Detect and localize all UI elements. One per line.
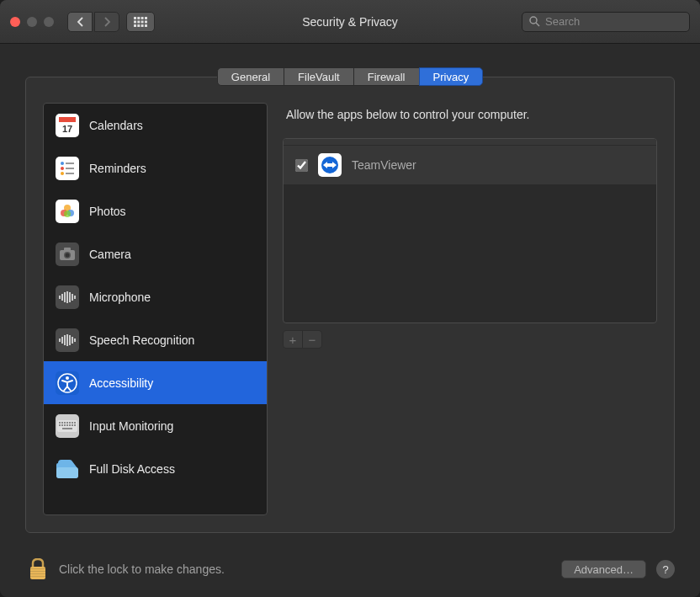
sidebar-item-label: Accessibility <box>89 376 153 390</box>
svg-point-12 <box>530 17 537 24</box>
sidebar-item-accessibility[interactable]: Accessibility <box>44 361 267 404</box>
app-name: TeamViewer <box>352 158 416 172</box>
sidebar-item-label: Microphone <box>89 291 151 304</box>
list-scroll-indicator <box>284 139 656 146</box>
svg-point-30 <box>66 253 70 257</box>
sidebar-item-microphone[interactable]: Microphone <box>44 275 267 318</box>
lock-icon <box>29 558 47 580</box>
svg-rect-53 <box>72 422 73 424</box>
sidebar-item-label: Photos <box>89 205 126 218</box>
svg-rect-28 <box>64 248 71 251</box>
remove-app-button[interactable]: − <box>302 330 322 349</box>
forward-button[interactable] <box>94 12 119 32</box>
titlebar: Security & Privacy <box>0 0 700 44</box>
app-checkbox[interactable] <box>295 159 308 172</box>
svg-rect-60 <box>72 424 73 426</box>
tab-general[interactable]: General <box>217 67 284 86</box>
sidebar-item-label: Camera <box>89 248 131 261</box>
show-all-button[interactable] <box>126 12 155 32</box>
keyboard-icon <box>56 414 79 438</box>
svg-rect-57 <box>64 424 66 426</box>
grid-icon <box>134 17 147 27</box>
sidebar-item-label: Calendars <box>89 119 143 132</box>
reminders-icon <box>56 157 79 180</box>
lock-hint-text: Click the lock to make changes. <box>59 562 225 576</box>
sidebar-item-input-monitoring[interactable]: Input Monitoring <box>44 404 267 447</box>
zoom-window-button[interactable] <box>44 17 54 27</box>
svg-rect-34 <box>66 291 68 303</box>
svg-rect-63 <box>56 467 78 478</box>
svg-line-13 <box>536 23 539 26</box>
pane-description: Allow the apps below to control your com… <box>286 108 657 121</box>
sidebar-item-reminders[interactable]: Reminders <box>44 147 267 189</box>
sidebar-item-camera[interactable]: Camera <box>44 232 267 275</box>
microphone-icon <box>56 285 79 309</box>
svg-rect-38 <box>59 338 61 342</box>
svg-rect-66 <box>30 568 45 569</box>
svg-rect-11 <box>145 24 147 27</box>
svg-rect-44 <box>74 338 76 342</box>
panel: 17 Calendars Reminders Photos Camera <box>25 77 675 533</box>
svg-rect-3 <box>145 17 147 19</box>
sidebar-item-label: Full Disk Access <box>89 462 175 476</box>
main-pane: Allow the apps below to control your com… <box>283 103 657 515</box>
footer: Click the lock to make changes. Advanced… <box>0 550 700 597</box>
tab-privacy[interactable]: Privacy <box>419 67 484 86</box>
svg-point-26 <box>64 211 71 217</box>
search-field[interactable] <box>522 12 690 32</box>
svg-rect-52 <box>69 422 71 424</box>
lock-button[interactable] <box>25 557 50 582</box>
tab-filevault[interactable]: FileVault <box>284 67 354 86</box>
traffic-lights <box>10 17 54 27</box>
calendar-icon: 17 <box>56 114 79 137</box>
minimize-window-button[interactable] <box>27 17 37 27</box>
add-remove-buttons: + − <box>283 330 657 349</box>
sidebar-item-calendars[interactable]: 17 Calendars <box>44 104 267 147</box>
svg-rect-22 <box>66 173 74 174</box>
svg-point-17 <box>61 162 64 165</box>
svg-rect-2 <box>141 17 144 19</box>
svg-rect-55 <box>59 424 61 426</box>
prefs-window: Security & Privacy General FileVault Fir… <box>0 0 700 597</box>
back-button[interactable] <box>67 12 93 32</box>
tab-firewall[interactable]: Firewall <box>353 67 420 86</box>
svg-rect-54 <box>74 422 76 424</box>
sidebar-item-photos[interactable]: Photos <box>44 189 267 232</box>
svg-rect-36 <box>72 294 73 301</box>
sidebar-item-speech[interactable]: Speech Recognition <box>44 318 267 361</box>
svg-point-21 <box>61 172 64 175</box>
accessibility-icon <box>56 371 79 395</box>
svg-rect-10 <box>141 24 144 27</box>
teamviewer-icon <box>318 153 342 177</box>
svg-rect-18 <box>66 163 74 164</box>
svg-rect-37 <box>74 296 76 299</box>
svg-rect-32 <box>61 294 63 301</box>
privacy-category-list[interactable]: 17 Calendars Reminders Photos Camera <box>43 103 268 515</box>
add-app-button[interactable]: + <box>283 330 303 349</box>
svg-rect-67 <box>30 571 45 572</box>
tabs: General FileVault Firewall Privacy <box>25 67 675 86</box>
svg-rect-61 <box>74 424 76 426</box>
app-row[interactable]: TeamViewer <box>284 146 656 184</box>
disk-icon <box>56 457 79 481</box>
app-list[interactable]: TeamViewer <box>283 138 657 323</box>
svg-rect-42 <box>69 335 71 345</box>
camera-icon <box>56 243 79 266</box>
svg-rect-58 <box>66 424 68 426</box>
content: General FileVault Firewall Privacy 17 Ca… <box>0 44 700 550</box>
svg-rect-7 <box>145 20 147 23</box>
photos-icon <box>56 200 79 223</box>
close-window-button[interactable] <box>10 17 20 27</box>
sidebar-item-full-disk[interactable]: Full Disk Access <box>44 447 267 490</box>
svg-rect-35 <box>69 292 71 302</box>
svg-rect-14 <box>59 117 76 122</box>
svg-rect-49 <box>61 422 63 424</box>
svg-point-19 <box>61 167 64 170</box>
search-input[interactable] <box>545 15 682 28</box>
help-button[interactable]: ? <box>656 560 675 578</box>
svg-point-46 <box>66 376 69 380</box>
svg-rect-20 <box>66 168 74 169</box>
svg-rect-68 <box>30 573 45 574</box>
svg-rect-62 <box>62 428 72 429</box>
advanced-button[interactable]: Advanced… <box>561 560 646 578</box>
